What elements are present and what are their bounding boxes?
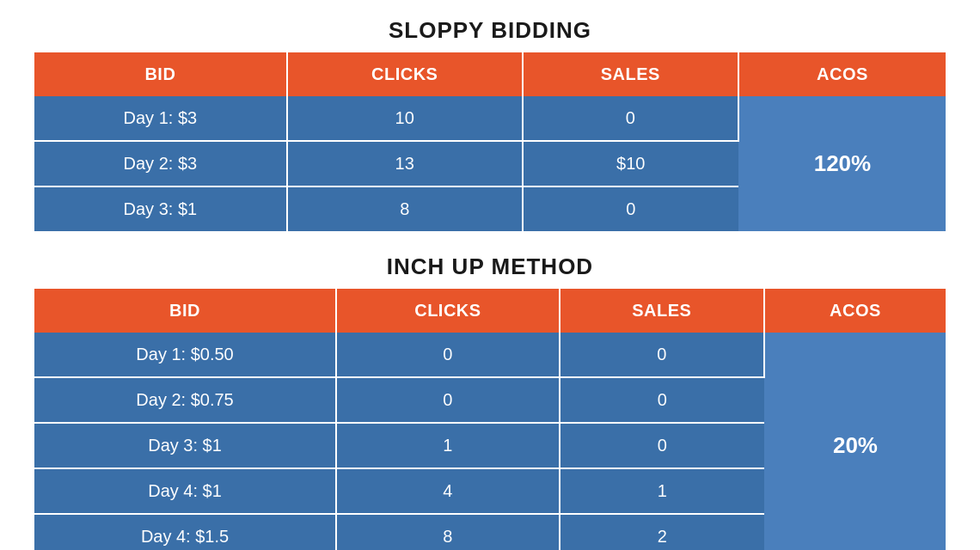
sloppy-clicks-cell: 8 xyxy=(287,186,523,232)
inch-col-bid: BID xyxy=(34,289,336,333)
inch-bid-cell: Day 4: $1 xyxy=(34,468,336,514)
inch-bid-cell: Day 1: $0.50 xyxy=(34,333,336,377)
inch-sales-cell: 2 xyxy=(560,514,764,550)
inch-clicks-cell: 4 xyxy=(336,468,560,514)
table-row: Day 1: $0.500020% xyxy=(34,333,946,377)
sloppy-col-acos: ACOS xyxy=(738,52,946,96)
sloppy-col-clicks: CLICKS xyxy=(287,52,523,96)
inch-sales-cell: 0 xyxy=(560,377,764,423)
sloppy-acos-cell: 120% xyxy=(738,96,946,232)
inch-clicks-cell: 8 xyxy=(336,514,560,550)
sloppy-col-sales: SALES xyxy=(523,52,738,96)
inch-up-section: INCH UP METHOD BID CLICKS SALES ACOS Day… xyxy=(34,254,946,550)
inch-up-table: BID CLICKS SALES ACOS Day 1: $0.500020%D… xyxy=(34,289,946,550)
inch-col-sales: SALES xyxy=(560,289,764,333)
inch-bid-cell: Day 3: $1 xyxy=(34,423,336,468)
inch-acos-cell: 20% xyxy=(764,333,946,550)
inch-col-acos: ACOS xyxy=(764,289,946,333)
table-row: Day 1: $3100120% xyxy=(34,96,946,141)
sloppy-col-bid: BID xyxy=(34,52,287,96)
sloppy-clicks-cell: 13 xyxy=(287,141,523,186)
sloppy-bid-cell: Day 2: $3 xyxy=(34,141,287,186)
sloppy-bidding-title: SLOPPY BIDDING xyxy=(34,17,946,44)
inch-col-clicks: CLICKS xyxy=(336,289,560,333)
sloppy-sales-cell: 0 xyxy=(523,96,738,141)
sloppy-bidding-table: BID CLICKS SALES ACOS Day 1: $3100120%Da… xyxy=(34,52,946,233)
inch-sales-cell: 0 xyxy=(560,423,764,468)
inch-clicks-cell: 0 xyxy=(336,377,560,423)
inch-sales-cell: 0 xyxy=(560,333,764,377)
inch-clicks-cell: 0 xyxy=(336,333,560,377)
sloppy-sales-cell: $10 xyxy=(523,141,738,186)
sloppy-bid-cell: Day 3: $1 xyxy=(34,186,287,232)
inch-up-title: INCH UP METHOD xyxy=(34,254,946,280)
sloppy-clicks-cell: 10 xyxy=(287,96,523,141)
inch-clicks-cell: 1 xyxy=(336,423,560,468)
inch-bid-cell: Day 2: $0.75 xyxy=(34,377,336,423)
sloppy-bidding-section: SLOPPY BIDDING BID CLICKS SALES ACOS Day… xyxy=(34,17,946,233)
sloppy-sales-cell: 0 xyxy=(523,186,738,232)
inch-sales-cell: 1 xyxy=(560,468,764,514)
inch-bid-cell: Day 4: $1.5 xyxy=(34,514,336,550)
sloppy-bid-cell: Day 1: $3 xyxy=(34,96,287,141)
